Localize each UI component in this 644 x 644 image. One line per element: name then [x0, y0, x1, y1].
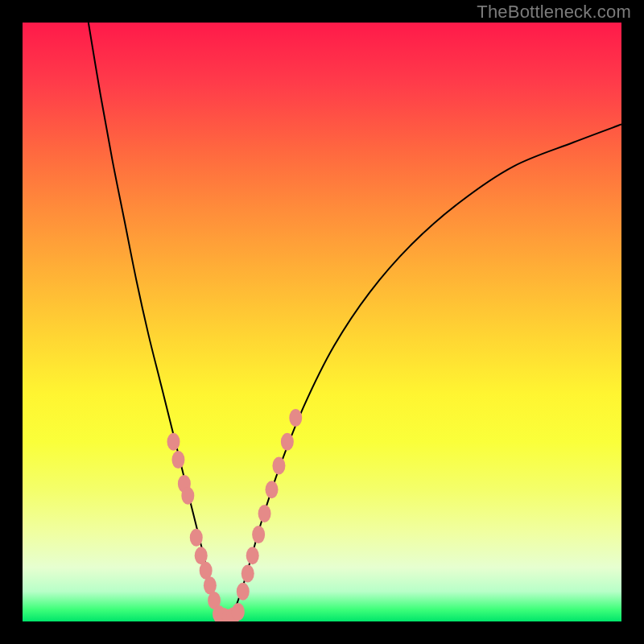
data-marker	[266, 481, 279, 498]
chart-svg	[23, 23, 621, 621]
data-marker	[246, 547, 259, 564]
data-marker	[258, 505, 271, 522]
data-marker	[289, 409, 302, 427]
data-marker	[190, 529, 203, 547]
data-marker	[272, 457, 285, 475]
markers-group	[167, 409, 302, 621]
plot-area	[23, 23, 621, 621]
series-group	[89, 23, 621, 619]
data-marker	[167, 433, 180, 451]
watermark-text: TheBottleneck.com	[477, 2, 631, 23]
data-marker	[237, 583, 250, 601]
data-marker	[171, 451, 184, 469]
data-marker	[232, 603, 245, 621]
data-marker	[181, 487, 194, 505]
bottleneck-curve	[89, 23, 621, 619]
chart-frame: TheBottleneck.com	[0, 0, 644, 644]
data-marker	[242, 564, 254, 582]
data-marker	[281, 433, 294, 451]
data-marker	[252, 526, 265, 543]
